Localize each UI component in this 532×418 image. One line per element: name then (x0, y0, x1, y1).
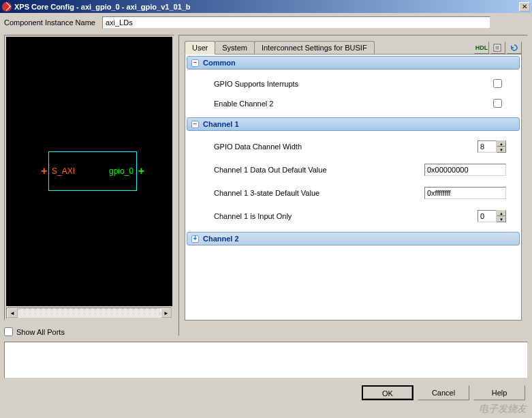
ip-block: + S_AXI gpio_0 + (48, 151, 137, 191)
tab-user[interactable]: User (185, 41, 215, 55)
scroll-track[interactable] (18, 308, 161, 318)
tab-bar: User System Interconnect Settings for BU… (185, 41, 522, 55)
gpio-interrupts-checkbox[interactable] (493, 79, 502, 88)
gpio-width-down[interactable]: ▼ (497, 147, 506, 153)
preview-panel: + S_AXI gpio_0 + ◄ ► Show All Ports (4, 35, 174, 336)
watermark: 电子发烧友 (479, 403, 527, 415)
instance-name-label: Component Instance Name (4, 18, 95, 27)
cancel-button[interactable]: Cancel (418, 385, 469, 400)
port-left-label: S_AXI (52, 166, 75, 176)
preview-scrollbar[interactable]: ◄ ► (6, 308, 172, 318)
close-button[interactable]: ✕ (519, 2, 530, 12)
ch1-tri-input[interactable] (424, 187, 506, 199)
instance-name-row: Component Instance Name (0, 13, 532, 32)
window-title: XPS Core Config - axi_gpio_0 - axi_gpio_… (14, 3, 519, 11)
instance-name-input[interactable] (102, 16, 490, 29)
section-ch2-title: Channel 2 (203, 235, 239, 243)
section-ch1-title: Channel 1 (203, 120, 239, 128)
gpio-width-input[interactable] (478, 140, 497, 153)
scroll-left-button[interactable]: ◄ (7, 308, 18, 318)
gpio-width-label: GPIO Data Channel Width (214, 143, 478, 151)
section-common-title: Common (203, 59, 236, 67)
scroll-right-button[interactable]: ► (161, 308, 172, 318)
collapse-icon: − (191, 59, 199, 67)
datasheet-icon (493, 44, 503, 52)
field-ch1-dout: Channel 1 Data Out Default Value (187, 158, 520, 181)
show-all-ports-label: Show All Ports (16, 328, 65, 336)
gpio-interrupts-label: GPIO Supports Interrupts (214, 80, 493, 88)
ok-button[interactable]: OK (362, 385, 413, 400)
hdl-button[interactable]: HDL (474, 42, 489, 54)
ch1-input-only-down[interactable]: ▼ (497, 216, 506, 222)
field-ch1-input-only: Channel 1 is Input Only ▲ ▼ (187, 205, 520, 228)
port-left-icon: + (41, 165, 47, 177)
enable-ch2-label: Enable Channel 2 (214, 100, 493, 108)
ch1-input-only-label: Channel 1 is Input Only (214, 212, 478, 220)
app-icon (2, 2, 12, 12)
section-common-body: GPIO Supports Interrupts Enable Channel … (185, 71, 521, 116)
datasheet-button[interactable] (490, 42, 505, 54)
restore-icon (510, 44, 519, 52)
ch1-dout-label: Channel 1 Data Out Default Value (214, 166, 424, 174)
section-ch1-header[interactable]: − Channel 1 (187, 117, 520, 131)
section-common-header[interactable]: − Common (187, 56, 520, 70)
tab-content: − Common GPIO Supports Interrupts Enable… (185, 55, 522, 320)
ch1-input-only-input[interactable] (478, 210, 497, 222)
port-right-icon: + (138, 165, 144, 177)
field-enable-ch2: Enable Channel 2 (187, 93, 520, 113)
tab-system[interactable]: System (215, 41, 255, 54)
block-preview: + S_AXI gpio_0 + (6, 37, 172, 306)
expand-icon: + (191, 235, 199, 243)
section-ch2-header[interactable]: + Channel 2 (187, 232, 520, 245)
config-panel: User System Interconnect Settings for BU… (178, 35, 528, 336)
enable-ch2-checkbox[interactable] (493, 99, 502, 108)
help-button[interactable]: Help (473, 385, 525, 400)
field-gpio-width: GPIO Data Channel Width ▲ ▼ (187, 135, 520, 158)
field-gpio-interrupts: GPIO Supports Interrupts (187, 74, 520, 93)
collapse-icon: − (191, 121, 199, 128)
titlebar: XPS Core Config - axi_gpio_0 - axi_gpio_… (0, 0, 532, 13)
show-all-ports[interactable]: Show All Ports (4, 327, 174, 336)
section-ch1-body: GPIO Data Channel Width ▲ ▼ Channel 1 Da… (185, 132, 521, 230)
gpio-width-up[interactable]: ▲ (497, 140, 506, 147)
port-right-label: gpio_0 (109, 166, 134, 176)
ch1-input-only-up[interactable]: ▲ (497, 210, 506, 216)
ch1-dout-input[interactable] (424, 164, 506, 176)
ch1-tri-label: Channel 1 3-state Default Value (214, 189, 424, 197)
message-area (4, 342, 528, 378)
show-all-ports-checkbox[interactable] (4, 327, 13, 336)
restore-defaults-button[interactable] (507, 42, 522, 54)
field-ch1-tri: Channel 1 3-state Default Value (187, 181, 520, 205)
dialog-buttons: OK Cancel Help (0, 381, 532, 403)
tab-interconnect[interactable]: Interconnect Settings for BUSIF (254, 41, 375, 54)
